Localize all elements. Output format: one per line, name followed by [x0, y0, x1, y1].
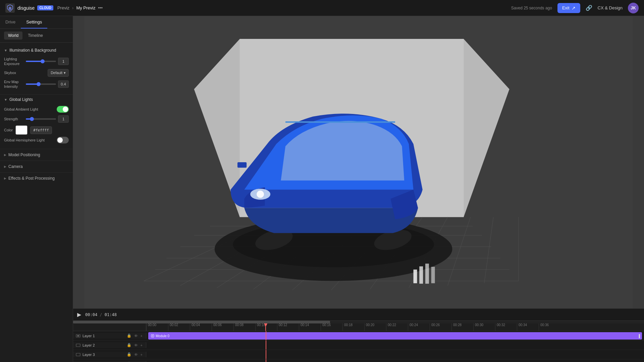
- lighting-exposure-label: LightingExposure: [4, 57, 19, 66]
- ruler-mark-14: 00:28: [451, 323, 473, 331]
- ruler-mark-18: 00:36: [539, 323, 560, 331]
- track-eye-1[interactable]: 👁: [133, 333, 139, 339]
- track-add-2[interactable]: +: [140, 343, 143, 348]
- tab-settings[interactable]: Settings: [21, 16, 47, 28]
- track-content-3[interactable]: [146, 350, 644, 359]
- hemisphere-knob: [57, 137, 63, 143]
- envmap-input[interactable]: [58, 80, 69, 88]
- timeline-ruler[interactable]: 00:00 00:02 00:04 00:06 00:08 00:10 00:1…: [73, 323, 644, 331]
- track-label-3: Layer 3 🔒 👁 +: [73, 352, 146, 357]
- track-label-2: Layer 2 🔒 👁 +: [73, 342, 146, 348]
- track-add-1[interactable]: +: [140, 333, 143, 339]
- strength-input[interactable]: [58, 115, 69, 123]
- hemisphere-toggle[interactable]: [57, 137, 69, 143]
- skybox-value: Default: [51, 71, 62, 75]
- color-row: Color #feffff: [4, 125, 69, 135]
- lighting-exposure-track[interactable]: [26, 61, 56, 62]
- lighting-exposure-input[interactable]: [58, 58, 69, 65]
- svg-rect-34: [77, 335, 79, 337]
- envmap-track[interactable]: [26, 83, 56, 85]
- tab-drive[interactable]: Drive: [0, 16, 21, 28]
- track-content-2[interactable]: [146, 341, 644, 350]
- lighting-exposure-slider-group: [26, 58, 69, 65]
- track-content-1[interactable]: Module 0 ▐: [146, 331, 644, 340]
- ruler-left-spacer: [73, 323, 146, 331]
- track-lock-2[interactable]: 🔒: [126, 342, 132, 348]
- track-lock-1[interactable]: 🔒: [126, 333, 132, 339]
- track-row-3: Layer 3 🔒 👁 +: [73, 350, 644, 359]
- breadcrumb-previz[interactable]: Previz: [57, 5, 69, 10]
- strength-track[interactable]: [26, 118, 56, 120]
- exit-button[interactable]: Exit ↗: [557, 3, 580, 13]
- model-positioning-arrow: ▶: [4, 153, 6, 157]
- model-positioning-header[interactable]: ▶ Model Positioning: [0, 149, 73, 161]
- ruler-mark-0: 00:00: [146, 323, 168, 331]
- color-hex-input[interactable]: #feffff: [30, 126, 52, 134]
- section-illumination-header[interactable]: ▼ Illumination & Background: [0, 45, 73, 55]
- track-actions-3: 🔒 👁 +: [126, 352, 143, 357]
- envmap-thumb[interactable]: [37, 82, 41, 86]
- effects-header[interactable]: ▶ Effects & Post Processing: [0, 173, 73, 184]
- hemisphere-light-row: Global Hemisphere Light: [4, 137, 69, 143]
- effects-arrow: ▶: [4, 177, 6, 180]
- link-icon[interactable]: 🔗: [586, 5, 592, 11]
- breadcrumb-current: My Previz: [76, 5, 95, 10]
- ruler-mark-9: 00:18: [342, 323, 364, 331]
- ambient-light-toggle[interactable]: [57, 106, 69, 113]
- logo-wordmark: disguise: [17, 5, 35, 11]
- track-actions-1: 🔒 👁 +: [126, 333, 143, 339]
- sidebar-top-tabs: Drive Settings: [0, 16, 73, 29]
- effects-section: ▶ Effects & Post Processing: [0, 172, 73, 184]
- section-global-lights-header[interactable]: ▼ Global Lights: [0, 94, 73, 105]
- scrollbar-fill: [73, 321, 330, 323]
- ruler-mark-6: 00:12: [277, 323, 299, 331]
- track-label-1: Layer 1 🔒 👁 +: [73, 333, 146, 339]
- track-playhead-2: [266, 341, 266, 350]
- ambient-toggle-knob: [63, 107, 68, 112]
- track-eye-3[interactable]: 👁: [133, 352, 139, 357]
- skybox-dropdown-icon: ▾: [64, 71, 66, 75]
- track-row-2: Layer 2 🔒 👁 +: [73, 341, 644, 350]
- module-label-0: Module 0: [156, 334, 169, 338]
- svg-rect-27: [237, 162, 247, 168]
- camera-header[interactable]: ▶ Camera: [0, 161, 73, 172]
- ruler-mark-12: 00:24: [408, 323, 430, 331]
- sub-tabs: World Timeline: [0, 29, 73, 43]
- ruler-marks: 00:00 00:02 00:04 00:06 00:08 00:10 00:1…: [146, 323, 644, 331]
- ruler-marks-container: 00:00 00:02 00:04 00:06 00:08 00:10 00:1…: [146, 323, 644, 331]
- track-name-2: Layer 2: [83, 343, 124, 347]
- track-eye-2[interactable]: 👁: [133, 343, 139, 348]
- track-row-4: Layer 3 🔒 👁 +: [73, 359, 644, 362]
- skybox-row: Skybox Default ▾: [4, 69, 69, 77]
- track-lock-3[interactable]: 🔒: [126, 352, 132, 357]
- timeline: ▶ 00:04 / 01:48 00:00 00:02: [73, 308, 644, 362]
- subtab-timeline[interactable]: Timeline: [24, 32, 47, 40]
- camera-section: ▶ Camera: [0, 161, 73, 172]
- strength-thumb[interactable]: [30, 117, 34, 121]
- svg-rect-30: [419, 266, 423, 284]
- module-end-marker: ▐: [638, 334, 640, 338]
- model-positioning-section: ▶ Model Positioning: [0, 149, 73, 161]
- track-add-3[interactable]: +: [140, 352, 143, 357]
- model-positioning-label: Model Positioning: [8, 153, 40, 157]
- exit-label: Exit: [562, 5, 570, 10]
- track-row-1: Layer 1 🔒 👁 + Module 0 ▐: [73, 331, 644, 341]
- global-lights-content: Global Ambient Light Strength: [0, 105, 73, 149]
- ruler-mark-17: 00:34: [517, 323, 539, 331]
- track-content-4[interactable]: [146, 359, 644, 362]
- color-swatch[interactable]: [15, 125, 28, 135]
- module-block-0[interactable]: Module 0 ▐: [148, 332, 642, 340]
- total-time-value: 01:48: [105, 312, 117, 317]
- breadcrumb-more[interactable]: •••: [98, 5, 103, 10]
- track-icon-3: [76, 352, 80, 357]
- viewport[interactable]: [73, 16, 644, 308]
- avatar[interactable]: JK: [628, 3, 639, 13]
- lighting-exposure-thumb[interactable]: [41, 59, 45, 63]
- skybox-select[interactable]: Default ▾: [48, 69, 69, 77]
- timeline-scrollbar[interactable]: [73, 321, 644, 323]
- subtab-world[interactable]: World: [4, 32, 22, 40]
- module-icon-0: [151, 334, 154, 338]
- play-button[interactable]: ▶: [77, 311, 81, 318]
- exit-icon: ↗: [572, 5, 576, 11]
- header-right: Saved 25 seconds ago Exit ↗ 🔗 CX & Desig…: [511, 3, 639, 13]
